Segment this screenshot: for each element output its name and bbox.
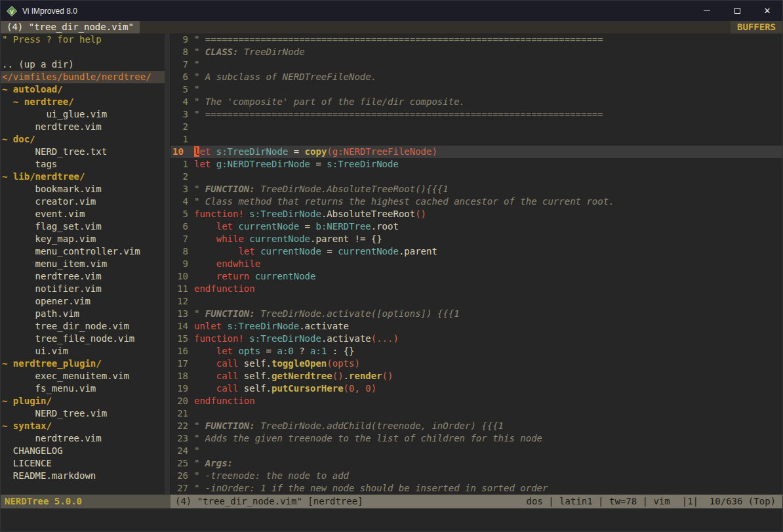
- nerdtree-item[interactable]: NERD_tree.txt: [1, 146, 165, 158]
- nerdtree-item[interactable]: tree_file_node.vim: [1, 333, 165, 345]
- nerdtree-item[interactable]: NERD_tree.vim: [1, 407, 165, 420]
- code-line[interactable]: endwhile: [194, 258, 782, 270]
- code-line[interactable]: " A subclass of NERDTreeFileNode.: [194, 71, 782, 83]
- code-line[interactable]: call self.toggleOpen(opts): [194, 358, 782, 370]
- editor-row[interactable]: 15function! s:TreeDirNode.activate(...): [171, 333, 782, 345]
- editor-row[interactable]: 18 call self.getNerdtree().render(): [171, 370, 782, 382]
- code-line[interactable]: let g:NERDTreeDirNode = s:TreeDirNode: [194, 158, 782, 171]
- code-line[interactable]: [194, 121, 782, 133]
- editor-row[interactable]: 8 let currentNode = currentNode.parent: [171, 245, 782, 258]
- code-line[interactable]: " Class method that returns the highest …: [194, 195, 782, 208]
- nerdtree-item[interactable]: CHANGELOG: [1, 445, 165, 457]
- editor-row[interactable]: 9" =====================================…: [171, 33, 782, 46]
- code-line[interactable]: ": [194, 58, 782, 71]
- code-line[interactable]: call self.getNerdtree().render(): [194, 370, 782, 382]
- nerdtree-item[interactable]: </vimfiles/bundle/nerdtree/: [1, 71, 165, 83]
- code-line[interactable]: function! s:TreeDirNode.activate(...): [194, 333, 782, 345]
- code-line[interactable]: " -inOrder: 1 if the new node should be …: [194, 482, 782, 495]
- nerdtree-item[interactable]: flag_set.vim: [1, 220, 165, 233]
- buffers-label[interactable]: BUFFERS: [731, 21, 782, 33]
- editor-row[interactable]: 9 endwhile: [171, 258, 782, 270]
- editor-row[interactable]: 7": [171, 58, 782, 71]
- code-line[interactable]: " FUNCTION: TreeDirNode.addChild(treenod…: [194, 420, 782, 432]
- code-line[interactable]: return currentNode: [194, 270, 782, 283]
- editor-row[interactable]: 16 let opts = a:0 ? a:1 : {}: [171, 345, 782, 358]
- nerdtree-item[interactable]: ~ nerdtree/: [1, 96, 165, 108]
- nerdtree-item[interactable]: menu_item.vim: [1, 258, 165, 270]
- nerdtree-item[interactable]: opener.vim: [1, 295, 165, 308]
- editor-row[interactable]: 10 return currentNode: [171, 270, 782, 283]
- code-line[interactable]: while currentNode.parent != {}: [194, 233, 782, 245]
- nerdtree-item[interactable]: ui_glue.vim: [1, 108, 165, 121]
- editor-row[interactable]: 4" Class method that returns the highest…: [171, 195, 782, 208]
- code-line[interactable]: " The 'composite' part of the file/dir c…: [194, 96, 782, 108]
- code-line[interactable]: " FUNCTION: TreeDirNode.AbsoluteTreeRoot…: [194, 183, 782, 195]
- nerdtree-item[interactable]: ~ syntax/: [1, 420, 165, 432]
- nerdtree-item[interactable]: ~ lib/nerdtree/: [1, 171, 165, 183]
- code-line[interactable]: ": [194, 445, 782, 457]
- editor-row[interactable]: 6 let currentNode = b:NERDTree.root: [171, 220, 782, 233]
- editor-row[interactable]: 23" Adds the given treenode to the list …: [171, 432, 782, 445]
- editor-row[interactable]: 6" A subclass of NERDTreeFileNode.: [171, 71, 782, 83]
- nerdtree-item[interactable]: ui.vim: [1, 345, 165, 358]
- code-line[interactable]: call self.putCursorHere(0, 0): [194, 382, 782, 395]
- code-line[interactable]: " Adds the given treenode to the list of…: [194, 432, 782, 445]
- nerdtree-item[interactable]: key_map.vim: [1, 233, 165, 245]
- code-line[interactable]: [194, 295, 782, 308]
- editor-row[interactable]: 11endfunction: [171, 283, 782, 295]
- nerdtree-item[interactable]: notifier.vim: [1, 283, 165, 295]
- editor-row[interactable]: 3" =====================================…: [171, 108, 782, 121]
- code-line[interactable]: [194, 171, 782, 183]
- editor-row[interactable]: 4" The 'composite' part of the file/dir …: [171, 96, 782, 108]
- code-line[interactable]: " ======================================…: [194, 33, 782, 46]
- editor-row[interactable]: 21: [171, 407, 782, 420]
- nerdtree-item[interactable]: event.vim: [1, 208, 165, 220]
- editor-row[interactable]: 2: [171, 171, 782, 183]
- nerdtree-item[interactable]: ~ autoload/: [1, 83, 165, 96]
- editor-row[interactable]: 3" FUNCTION: TreeDirNode.AbsoluteTreeRoo…: [171, 183, 782, 195]
- code-line[interactable]: [194, 133, 782, 146]
- nerdtree-item[interactable]: tree_dir_node.vim: [1, 320, 165, 333]
- editor-row[interactable]: 22" FUNCTION: TreeDirNode.addChild(treen…: [171, 420, 782, 432]
- tab-tree-dir-node[interactable]: (4) "tree_dir_node.vim": [1, 21, 140, 33]
- editor-row[interactable]: 8" CLASS: TreeDirNode: [171, 46, 782, 58]
- code-line[interactable]: " Args:: [194, 457, 782, 470]
- nerdtree-item[interactable]: menu_controller.vim: [1, 245, 165, 258]
- editor-row[interactable]: 17 call self.toggleOpen(opts): [171, 358, 782, 370]
- nerdtree-item[interactable]: README.markdown: [1, 470, 165, 482]
- editor-row[interactable]: 20endfunction: [171, 395, 782, 407]
- nerdtree-item[interactable]: path.vim: [1, 308, 165, 320]
- editor-row[interactable]: 25" Args:: [171, 457, 782, 470]
- nerdtree-item[interactable]: bookmark.vim: [1, 183, 165, 195]
- code-line[interactable]: endfunction: [194, 283, 782, 295]
- code-line[interactable]: " ======================================…: [194, 108, 782, 121]
- editor-row[interactable]: 7 while currentNode.parent != {}: [171, 233, 782, 245]
- nerdtree-item[interactable]: nerdtree.vim: [1, 432, 165, 445]
- editor-row[interactable]: 2: [171, 121, 782, 133]
- editor-row[interactable]: 14unlet s:TreeDirNode.activate: [171, 320, 782, 333]
- code-line[interactable]: let currentNode = currentNode.parent: [194, 245, 782, 258]
- editor-row[interactable]: 1: [171, 133, 782, 146]
- code-line[interactable]: unlet s:TreeDirNode.activate: [194, 320, 782, 333]
- code-line[interactable]: let currentNode = b:NERDTree.root: [194, 220, 782, 233]
- nerdtree-item[interactable]: ~ doc/: [1, 133, 165, 146]
- nerdtree-item[interactable]: .. (up a dir): [1, 58, 165, 71]
- code-line[interactable]: function! s:TreeDirNode.AbsoluteTreeRoot…: [194, 208, 782, 220]
- editor-row[interactable]: 26" -treenode: the node to add: [171, 470, 782, 482]
- nerdtree-item[interactable]: exec_menuitem.vim: [1, 370, 165, 382]
- nerdtree-item[interactable]: ~ nerdtree_plugin/: [1, 358, 165, 370]
- code-line[interactable]: " CLASS: TreeDirNode: [194, 46, 782, 58]
- editor-row[interactable]: 10let s:TreeDirNode = copy(g:NERDTreeFil…: [171, 146, 782, 158]
- code-line[interactable]: let s:TreeDirNode = copy(g:NERDTreeFileN…: [194, 146, 782, 158]
- nerdtree-item[interactable]: tags: [1, 158, 165, 171]
- editor-row[interactable]: 27" -inOrder: 1 if the new node should b…: [171, 482, 782, 495]
- maximize-button[interactable]: [722, 1, 752, 21]
- editor-row[interactable]: 5function! s:TreeDirNode.AbsoluteTreeRoo…: [171, 208, 782, 220]
- nerdtree-item[interactable]: ~ plugin/: [1, 395, 165, 407]
- editor-row[interactable]: 13" FUNCTION: TreeDirNode.activate([opti…: [171, 308, 782, 320]
- minimize-button[interactable]: [692, 1, 722, 21]
- nerdtree-item[interactable]: fs_menu.vim: [1, 382, 165, 395]
- editor-row[interactable]: 24": [171, 445, 782, 457]
- editor-row[interactable]: 1let g:NERDTreeDirNode = s:TreeDirNode: [171, 158, 782, 171]
- code-line[interactable]: ": [194, 83, 782, 96]
